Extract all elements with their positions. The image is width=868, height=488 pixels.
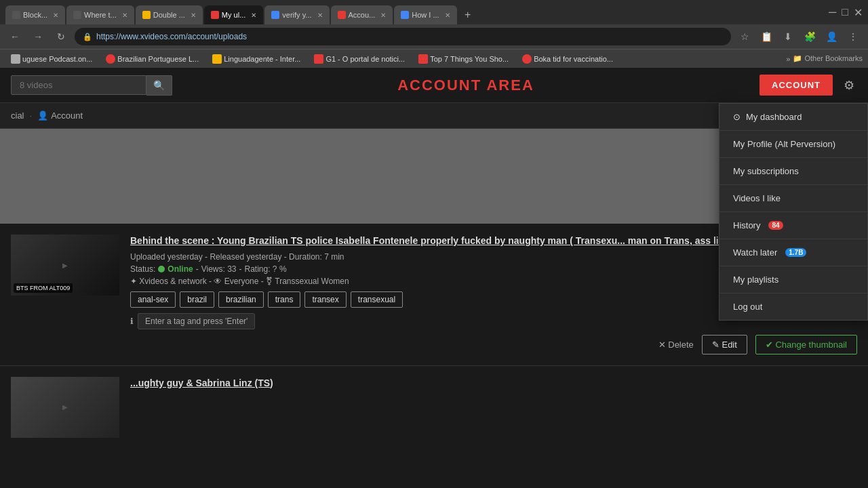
breadcrumb-account[interactable]: Account [51,110,83,121]
dropdown-item-watch-later[interactable]: Watch later 1.7B [719,239,867,266]
logout-label: Log out [733,302,762,312]
bookmark-favicon-1 [11,54,20,64]
tab-label-6: Accou... [349,11,376,19]
browser-tab-3[interactable]: Double ... ✕ [136,5,203,24]
toolbar-icons: ☆ 📋 ⬇ 🧩 👤 ⋮ [735,27,863,46]
category-icon: ⚧ [266,277,273,286]
dropdown-item-subscriptions[interactable]: My subscriptions [719,158,867,185]
tag-brazilian[interactable]: brazilian [218,291,264,308]
tab-favicon-1 [12,11,20,19]
tag-brazil[interactable]: brazil [180,291,214,308]
bookmark-favicon-4 [314,54,323,64]
tab-label-2: Where t... [84,11,117,19]
more-icon[interactable]: ⋮ [844,27,863,46]
new-tab-button[interactable]: + [458,5,477,24]
account-dropdown: ⊙ My dashboard My Profile (Alt Perversio… [719,103,868,321]
extensions-icon[interactable]: 🧩 [800,27,819,46]
profile-icon[interactable]: 👤 [822,27,841,46]
bookmark-label-5: Top 7 Things You Sho... [430,55,509,63]
category-value: Transsexual Women [275,277,349,286]
account-button[interactable]: ACCOUNT [760,75,833,96]
tab-label-7: How I ... [412,11,439,19]
browser-toolbar: ← → ↻ 🔒 https://www.xvideos.com/account/… [0,24,868,49]
subscriptions-label: My subscriptions [733,166,799,176]
tab-close-5[interactable]: ✕ [317,12,323,19]
bookmark-label-1: uguese Podcast.on... [22,55,92,63]
bookmarks-more[interactable]: » 📁 Other Bookmarks [786,54,863,63]
tab-close-3[interactable]: ✕ [191,12,196,19]
breadcrumb-social[interactable]: cial [11,110,24,121]
dropdown-item-videos-like[interactable]: Videos I like [719,185,867,212]
browser-chrome: Block... ✕ Where t... ✕ Double ... ✕ My … [0,0,868,68]
bookmark-item-1[interactable]: uguese Podcast.on... [5,53,98,65]
tag-input-hint[interactable]: Enter a tag and press 'Enter' [138,313,255,329]
dropdown-item-logout[interactable]: Log out [719,293,867,320]
close-button[interactable]: ✕ [854,6,863,19]
history-badge: 84 [768,221,783,230]
audience-icon: 👁 [214,277,222,286]
history-label: History [733,220,760,230]
settings-icon-button[interactable]: ⚙ [841,75,857,96]
browser-tabs: Block... ✕ Where t... ✕ Double ... ✕ My … [5,0,821,24]
tab-close-7[interactable]: ✕ [445,12,450,19]
dropdown-item-history[interactable]: History 84 [719,212,867,239]
dropdown-item-dashboard[interactable]: ⊙ My dashboard [719,104,867,131]
thumbnail-label: BTS FROM ALT009 [14,283,73,293]
bookmark-item-4[interactable]: G1 - O portal de notici... [309,53,410,65]
bookmark-star-icon[interactable]: ☆ [735,27,754,46]
delete-link[interactable]: ✕ Delete [658,340,694,350]
download-icon[interactable]: ⬇ [778,27,797,46]
bookmark-item-5[interactable]: Top 7 Things You Sho... [413,53,514,65]
search-input[interactable] [11,75,146,95]
browser-tab-6[interactable]: Accou... ✕ [331,5,393,24]
tab-close-2[interactable]: ✕ [122,12,127,19]
edit-button[interactable]: ✎ Edit [702,335,747,354]
video-title-2[interactable]: ...ughty guy & Sabrina Linz (TS) [130,377,857,390]
tab-label-1: Block... [23,11,47,19]
browser-tab-2[interactable]: Where t... ✕ [66,5,134,24]
tag-anal-sex[interactable]: anal-sex [130,291,176,308]
bookmark-item-3[interactable]: Linguadagente - Inter... [207,53,306,65]
dropdown-item-profile[interactable]: My Profile (Alt Perversion) [719,131,867,158]
tab-favicon-6 [338,11,346,19]
distribution-network: ✦ Xvideos & network [130,277,207,286]
lock-icon: 🔒 [83,33,92,41]
video-rating: Rating: ? % [245,264,287,274]
browser-tab-1[interactable]: Block... ✕ [5,5,65,24]
status-label: Status: [130,264,155,274]
browser-tab-7[interactable]: How I ... ✕ [394,5,456,24]
bookmark-label-4: G1 - O portal de notici... [326,55,405,63]
tab-close-6[interactable]: ✕ [380,12,386,19]
status-value: Online [167,264,193,274]
breadcrumb-sep: · [30,110,33,121]
tab-label-5: verify y... [282,11,311,19]
reading-list-icon[interactable]: 📋 [757,27,776,46]
browser-tab-4[interactable]: My ul... ✕ [204,5,263,24]
bookmark-item-2[interactable]: Brazilian Portuguese L... [100,53,204,65]
bookmark-label-6: Boka tid for vaccinatio... [534,55,613,63]
title-text: ACCOUNT [397,77,481,94]
browser-tab-5[interactable]: verify y... ✕ [264,5,329,24]
minimize-button[interactable]: ─ [829,6,836,18]
tag-transex[interactable]: transex [304,291,346,308]
audience-value: Everyone [224,277,259,286]
forward-button[interactable]: → [28,27,47,46]
maximize-button[interactable]: □ [842,6,848,18]
tab-close-1[interactable]: ✕ [53,12,58,19]
thumbnail-placeholder: ▶ [62,262,68,269]
videos-like-label: Videos I like [733,193,781,203]
address-bar[interactable]: 🔒 https://www.xvideos.com/account/upload… [75,28,731,45]
bookmark-favicon-5 [418,54,428,64]
back-button[interactable]: ← [5,27,24,46]
search-button[interactable]: 🔍 [146,75,172,96]
title-accent: AREA [486,77,534,94]
tag-transexual[interactable]: transexual [351,291,403,308]
tab-close-4[interactable]: ✕ [251,12,256,19]
dashboard-icon: ⊙ [733,112,741,122]
tag-trans[interactable]: trans [268,291,301,308]
dropdown-item-playlists[interactable]: My playlists [719,266,867,293]
tab-favicon-7 [401,11,409,19]
refresh-button[interactable]: ↻ [52,27,71,46]
bookmark-item-6[interactable]: Boka tid for vaccinatio... [517,53,618,65]
change-thumbnail-button[interactable]: ✔ Change thumbnail [755,335,857,354]
